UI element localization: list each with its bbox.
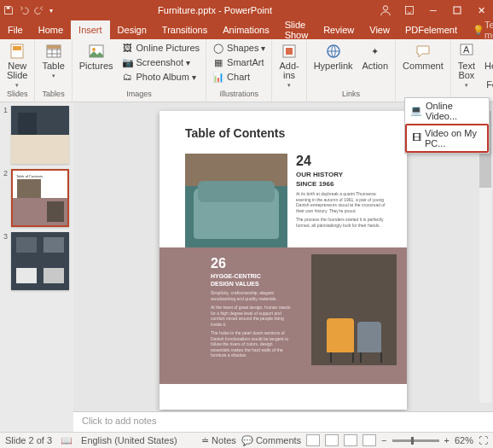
slide-section-2: 26 HYGGE-CENTRIC DESIGN VALUES Simplicit… xyxy=(211,256,292,358)
view-normal-button[interactable] xyxy=(306,434,320,446)
ribbon-options-icon[interactable] xyxy=(397,0,421,20)
hyperlink-button[interactable]: Hyperlink xyxy=(310,41,357,73)
svg-rect-3 xyxy=(454,7,461,14)
textbox-button[interactable]: AText Box▾ xyxy=(455,41,478,90)
header-footer-button[interactable]: Header & Footer xyxy=(481,41,493,91)
svg-text:A: A xyxy=(463,44,470,55)
action-button[interactable]: ✦Action xyxy=(359,41,392,73)
status-slide: Slide 2 of 3 xyxy=(5,435,52,445)
view-slideshow-button[interactable] xyxy=(362,434,376,446)
tab-design[interactable]: Design xyxy=(110,20,154,39)
slide-section-1: 24 OUR HISTORY SINCE 1966 At its birth a… xyxy=(296,154,390,228)
tab-transitions[interactable]: Transitions xyxy=(154,20,215,39)
comment-button[interactable]: Comment xyxy=(399,41,447,73)
slide-canvas[interactable]: Table of Contents 24 OUR HISTORY SINCE 1… xyxy=(160,111,407,410)
redo-icon[interactable] xyxy=(34,5,44,15)
zoom-out-button[interactable]: − xyxy=(381,435,386,445)
slide-image-chairs xyxy=(311,254,397,365)
status-comments[interactable]: 💬 Comments xyxy=(241,435,301,446)
qat-more-icon[interactable]: ▾ xyxy=(49,7,53,15)
tab-file[interactable]: File xyxy=(0,20,31,39)
slide-image-sofa xyxy=(185,154,287,247)
shapes-button[interactable]: ◯Shapes ▾ xyxy=(210,41,268,55)
svg-rect-5 xyxy=(13,46,21,50)
chart-button[interactable]: 📊Chart xyxy=(210,70,268,84)
notes-pane[interactable]: Click to add notes xyxy=(73,411,493,432)
save-icon[interactable] xyxy=(3,5,14,15)
slide-title: Table of Contents xyxy=(185,126,285,140)
status-language[interactable]: English (United States) xyxy=(81,435,177,445)
account-icon[interactable] xyxy=(374,0,397,20)
minimize-button[interactable]: ─ xyxy=(421,0,445,20)
slide-thumbnails: 1 2 Table of Contents 3 xyxy=(0,102,73,432)
undo-icon[interactable] xyxy=(19,5,29,15)
screenshot-button[interactable]: 📷Screenshot ▾ xyxy=(119,55,203,69)
slide-band: 26 HYGGE-CENTRIC DESIGN VALUES Simplicit… xyxy=(160,247,407,384)
view-reading-button[interactable] xyxy=(344,434,357,446)
svg-rect-2 xyxy=(406,7,414,15)
view-sorter-button[interactable] xyxy=(325,434,339,446)
smartart-button[interactable]: ▦SmartArt xyxy=(210,55,268,69)
pictures-button[interactable]: Pictures xyxy=(76,41,117,73)
status-spellcheck-icon[interactable]: 📖 xyxy=(61,435,72,446)
window-title: Furniture.pptx - PowerPoint xyxy=(56,5,374,15)
thumb-2[interactable]: Table of Contents xyxy=(11,169,69,227)
svg-point-9 xyxy=(92,48,96,51)
tab-home[interactable]: Home xyxy=(31,20,71,39)
fit-to-window-button[interactable]: ⛶ xyxy=(478,435,488,445)
video-on-pc-item[interactable]: 🎞Video on My PC... xyxy=(405,124,489,153)
tab-view[interactable]: View xyxy=(362,20,397,39)
thumb-1[interactable] xyxy=(11,106,69,164)
tab-pdfelement[interactable]: PDFelement xyxy=(397,20,465,39)
online-pictures-button[interactable]: 🖼Online Pictures xyxy=(119,41,203,55)
zoom-slider[interactable] xyxy=(392,439,439,442)
svg-rect-7 xyxy=(47,45,61,49)
video-dropdown: 💻Online Video... 🎞Video on My PC... xyxy=(404,97,490,154)
vertical-scrollbar[interactable] xyxy=(479,111,491,403)
zoom-level[interactable]: 62% xyxy=(455,435,473,445)
close-button[interactable]: ✕ xyxy=(469,0,493,20)
tab-slideshow[interactable]: Slide Show xyxy=(277,20,316,39)
tab-animations[interactable]: Animations xyxy=(215,20,276,39)
tab-review[interactable]: Review xyxy=(316,20,362,39)
online-video-item[interactable]: 💻Online Video... xyxy=(405,98,489,124)
maximize-button[interactable] xyxy=(445,0,469,20)
thumb-3[interactable] xyxy=(11,232,69,290)
zoom-in-button[interactable]: + xyxy=(444,435,450,445)
table-button[interactable]: Table▾ xyxy=(38,41,67,80)
tab-insert[interactable]: Insert xyxy=(71,20,110,39)
addins-button[interactable]: Add-ins▾ xyxy=(276,41,302,90)
svg-point-1 xyxy=(383,6,387,10)
new-slide-button[interactable]: New Slide▾ xyxy=(3,41,31,90)
svg-rect-11 xyxy=(286,48,293,55)
photo-album-button[interactable]: 🗂Photo Album ▾ xyxy=(119,70,203,84)
status-notes[interactable]: ≐ Notes xyxy=(201,435,236,446)
svg-rect-0 xyxy=(7,7,10,9)
tellme-search[interactable]: 💡 Tell me... xyxy=(465,20,493,39)
